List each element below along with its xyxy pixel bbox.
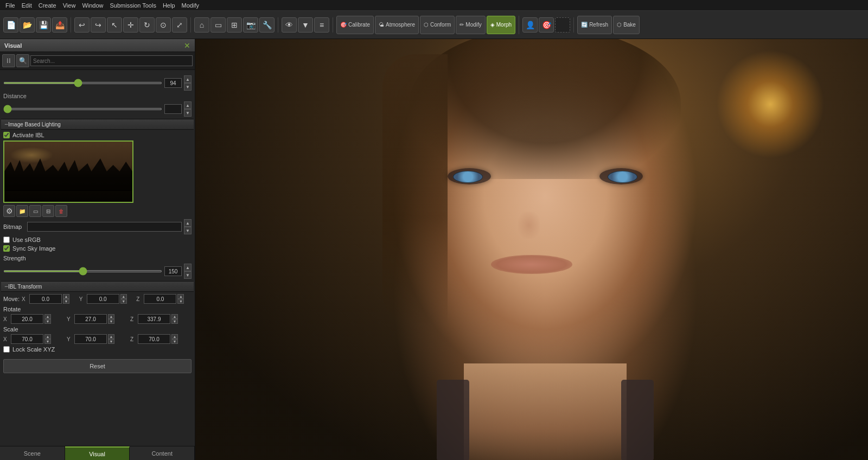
move-z-up[interactable]: ▲: [177, 294, 184, 299]
reset-button[interactable]: Reset: [3, 359, 192, 373]
viewport[interactable]: [195, 39, 868, 460]
panel-grid-icon[interactable]: ⁞⁞: [2, 54, 15, 67]
strength-value[interactable]: [164, 266, 182, 276]
dot-button[interactable]: ⊙: [156, 17, 171, 33]
move-y-up[interactable]: ▲: [120, 294, 127, 299]
tool-button[interactable]: 🔧: [259, 17, 275, 33]
eye-button[interactable]: 👁: [282, 17, 297, 33]
scale-x-input[interactable]: [11, 334, 43, 344]
move-z-input[interactable]: [144, 294, 176, 304]
tab-content[interactable]: Content: [130, 446, 195, 460]
atmosphere-button[interactable]: 🌤 Atmosphere: [375, 16, 419, 34]
move-z-down[interactable]: ▼: [177, 299, 184, 304]
open-file-button[interactable]: 📂: [20, 17, 35, 33]
panel-search-icon[interactable]: 🔍: [16, 54, 29, 67]
tab-visual[interactable]: Visual: [65, 446, 130, 460]
use-srgb-checkbox[interactable]: [3, 237, 10, 243]
rotate-z-input[interactable]: [138, 314, 170, 324]
top-slider[interactable]: [3, 82, 162, 84]
undo-button[interactable]: ↩: [74, 17, 90, 33]
rotate-z-up[interactable]: ▲: [171, 314, 178, 319]
move-y-down[interactable]: ▼: [120, 299, 127, 304]
bitmap-frame2-icon[interactable]: ⊟: [42, 205, 54, 217]
home-button[interactable]: ⌂: [194, 17, 209, 33]
menu-modify[interactable]: Modify: [178, 2, 202, 9]
empty-button[interactable]: [555, 17, 570, 33]
panel-scroll-area[interactable]: ▲ ▼ Distance ▲ ▼ − Image: [0, 70, 195, 446]
scale-x-up[interactable]: ▲: [44, 334, 51, 339]
down-button[interactable]: ▼: [298, 17, 313, 33]
capture-button[interactable]: 📷: [243, 17, 258, 33]
top-slider-value[interactable]: [164, 78, 182, 88]
bitmap-delete-icon[interactable]: 🗑: [55, 205, 67, 217]
scale-x-down[interactable]: ▼: [44, 339, 51, 344]
scale-z-up[interactable]: ▲: [171, 334, 178, 339]
move-x-down[interactable]: ▼: [63, 299, 69, 304]
move-x-up[interactable]: ▲: [63, 294, 69, 299]
distance-slider[interactable]: [3, 108, 162, 110]
menu-file[interactable]: File: [2, 2, 18, 9]
menu-edit[interactable]: Edit: [18, 2, 35, 9]
lines-button[interactable]: ≡: [314, 17, 329, 33]
ibl-section-header[interactable]: − Image Based Lighting: [1, 119, 194, 130]
menu-create[interactable]: Create: [35, 2, 60, 9]
scale-button[interactable]: ⤢: [172, 17, 187, 33]
bitmap-frame-icon[interactable]: ▭: [29, 205, 41, 217]
rotate-y-down[interactable]: ▼: [108, 319, 114, 324]
rotate-button[interactable]: ↻: [139, 17, 155, 33]
distance-slider-value[interactable]: [164, 104, 182, 114]
save-button[interactable]: 💾: [36, 17, 51, 33]
panel-close-button[interactable]: ✕: [184, 41, 190, 50]
target-button[interactable]: 🎯: [539, 17, 554, 33]
person-button[interactable]: 👤: [522, 17, 538, 33]
panel-search-input[interactable]: [30, 55, 193, 66]
scale-z-down[interactable]: ▼: [171, 339, 178, 344]
menu-view[interactable]: View: [60, 2, 79, 9]
top-slider-down[interactable]: ▼: [184, 83, 192, 91]
export-button[interactable]: 📤: [52, 17, 67, 33]
menu-help[interactable]: Help: [159, 2, 178, 9]
rotate-z-down[interactable]: ▼: [171, 319, 178, 324]
tab-scene[interactable]: Scene: [0, 446, 65, 460]
move-x-input[interactable]: [29, 294, 62, 304]
menu-window[interactable]: Window: [79, 2, 106, 9]
rotate-x-input[interactable]: [11, 314, 43, 324]
scale-y-down[interactable]: ▼: [108, 339, 114, 344]
rotate-y-up[interactable]: ▲: [108, 314, 114, 319]
strength-up-arrow[interactable]: ▲: [184, 264, 192, 271]
bitmap-settings-icon[interactable]: ⚙: [3, 205, 15, 217]
rotate-x-up[interactable]: ▲: [44, 314, 51, 319]
distance-slider-up[interactable]: ▲: [184, 101, 192, 109]
strength-down-arrow[interactable]: ▼: [184, 271, 192, 279]
rotate-y-input[interactable]: [74, 314, 107, 324]
menu-submission-tools[interactable]: Submission Tools: [107, 2, 159, 9]
bitmap-load-icon[interactable]: 📁: [16, 205, 28, 217]
modify-button[interactable]: ✏ Modify: [456, 16, 485, 34]
morph-button[interactable]: ◈ Morph: [487, 16, 515, 34]
rotate-x-down[interactable]: ▼: [44, 319, 51, 324]
move-y-input[interactable]: [87, 294, 119, 304]
sync-sky-checkbox[interactable]: [3, 245, 10, 252]
bitmap-up-arrow[interactable]: ▲: [184, 219, 192, 227]
select-button[interactable]: ↖: [107, 17, 122, 33]
scale-z-input[interactable]: [138, 334, 170, 344]
bake-button[interactable]: ⬡ Bake: [613, 16, 640, 34]
ibl-transform-section-header[interactable]: − IBL Transform: [1, 281, 194, 292]
frame2-button[interactable]: ⊞: [227, 17, 242, 33]
lock-scale-checkbox[interactable]: [3, 346, 10, 353]
strength-slider[interactable]: [3, 270, 162, 272]
activate-ibl-checkbox[interactable]: [3, 132, 10, 138]
redo-button[interactable]: ↪: [91, 17, 106, 33]
top-slider-up[interactable]: ▲: [184, 75, 192, 83]
refresh-button[interactable]: 🔄 Refresh: [577, 16, 612, 34]
bitmap-input[interactable]: [27, 222, 182, 232]
add-button[interactable]: ✛: [123, 17, 138, 33]
scale-y-up[interactable]: ▲: [108, 334, 114, 339]
conform-button[interactable]: ⬡ Conform: [420, 16, 455, 34]
distance-slider-down[interactable]: ▼: [184, 109, 192, 117]
new-file-button[interactable]: 📄: [3, 17, 18, 33]
ibl-preview-image[interactable]: [3, 140, 133, 203]
calibrate-button[interactable]: 🎯 Calibrate: [336, 16, 374, 34]
frame-button[interactable]: ▭: [210, 17, 226, 33]
bitmap-down-arrow[interactable]: ▼: [184, 227, 192, 234]
